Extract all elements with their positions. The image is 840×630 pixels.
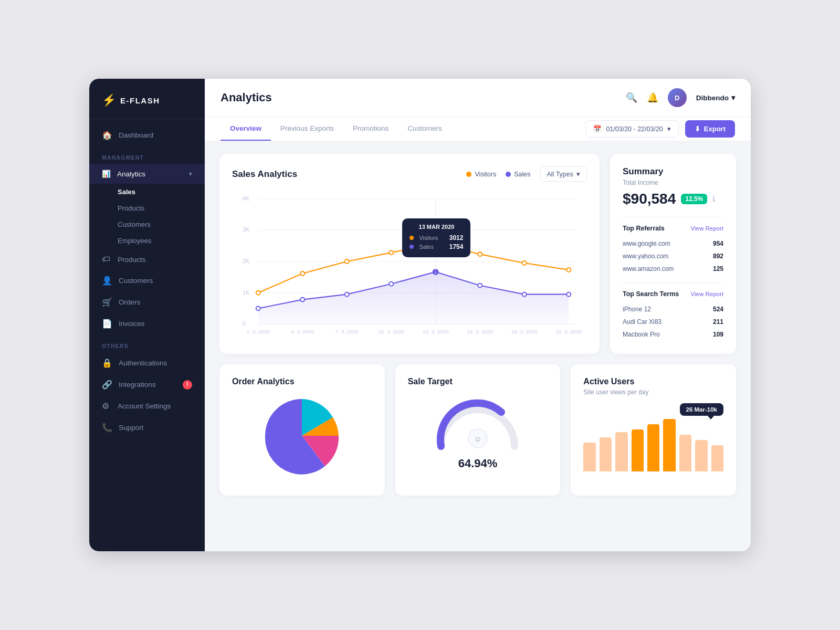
svg-point-13 [345, 292, 349, 297]
svg-point-16 [478, 284, 482, 288]
bar-chart-tooltip: 26 Mar-10k [680, 403, 723, 416]
bar-3 [632, 429, 644, 471]
tab-customers[interactable]: Customers [398, 117, 451, 141]
sidebar: ⚡ E-FLASH 🏠 Dashboard MANAGMENT 📊 Analyt… [89, 79, 205, 551]
search-icon[interactable]: 🔍 [626, 92, 637, 103]
referral-row-1: www.yahoo.com 892 [623, 250, 723, 262]
svg-point-21 [345, 259, 349, 264]
gauge-value: 64.94% [458, 457, 498, 470]
sidebar-item-account-settings[interactable]: ⚙ Account Settings [89, 395, 205, 417]
info-icon: ℹ [712, 195, 715, 203]
top-section: Sales Analytics Visitors Sales [219, 154, 736, 354]
integrations-badge: ! [183, 380, 192, 390]
bar-col-0 [583, 443, 595, 471]
top-referrals-title: Top Referrals [623, 225, 665, 232]
submenu-item-customers[interactable]: Customers [118, 216, 205, 233]
svg-point-18 [566, 292, 571, 297]
divider [623, 217, 723, 217]
bar-col-2 [615, 432, 627, 471]
search-row-2: Macbook Pro 109 [623, 328, 723, 341]
sidebar-item-analytics[interactable]: 📊 Analytics ▾ [89, 164, 205, 184]
tab-previous-exports[interactable]: Previous Exports [271, 117, 343, 141]
bar-2 [615, 432, 627, 471]
bar-0 [583, 443, 595, 471]
chevron-down-icon: ▾ [576, 170, 580, 178]
export-button[interactable]: ⬇ Export [685, 120, 735, 138]
view-report-referrals-link[interactable]: View Report [691, 225, 723, 232]
sales-legend: Sales [506, 171, 530, 178]
sidebar-item-orders[interactable]: 🛒 Orders [89, 291, 205, 313]
svg-text:0: 0 [243, 320, 246, 327]
summary-income-value: $90,584 [623, 191, 676, 207]
svg-text:22. 3. 2020: 22. 3. 2020 [555, 329, 582, 334]
link-icon: 🔗 [102, 380, 112, 390]
sidebar-item-invoices[interactable]: 📄 Invoices [89, 313, 205, 334]
svg-marker-10 [258, 272, 569, 324]
sidebar-item-integrations[interactable]: 🔗 Integrations ! [89, 374, 205, 395]
sidebar-item-label: Support [119, 424, 143, 432]
topbar: Analytics 🔍 🔔 D Dibbendo ▾ [205, 79, 751, 117]
chart-legend: Visitors Sales All Types ▾ [466, 166, 587, 182]
chart-filter-dropdown[interactable]: All Types ▾ [540, 166, 587, 182]
tabs-left: Overview Previous Exports Promotions Cus… [220, 117, 452, 141]
submenu-item-products[interactable]: Products [118, 200, 205, 216]
gauge-svg: ☺ [430, 394, 525, 452]
sidebar-item-support[interactable]: 📞 Support [89, 417, 205, 438]
sales-chart-svg: 4K 3K 2K 1K 0 [232, 192, 587, 339]
top-referrals-header: Top Referrals View Report [623, 225, 723, 232]
bar-col-8 [711, 445, 723, 471]
bar-col-4 [647, 424, 659, 471]
bar-7 [695, 440, 707, 471]
sidebar-management-label: MANAGMENT [89, 146, 205, 164]
referral-row-2: www.amazon.com 125 [623, 262, 723, 275]
sidebar-item-customers[interactable]: 👤 Customers [89, 270, 205, 291]
tab-overview[interactable]: Overview [220, 117, 271, 141]
svg-point-19 [256, 291, 260, 295]
sidebar-item-authentications[interactable]: 🔒 Authentications [89, 352, 205, 374]
top-search-title: Top Search Terms [623, 290, 679, 298]
svg-text:3K: 3K [243, 226, 250, 233]
chevron-down-icon: ▾ [189, 171, 192, 177]
pie-chart-svg [260, 394, 344, 478]
chevron-down-icon: ▾ [667, 125, 671, 133]
svg-text:4K: 4K [243, 195, 250, 202]
svg-text:10. 3. 2020: 10. 3. 2020 [378, 329, 404, 334]
svg-text:2K: 2K [243, 258, 250, 264]
sale-target-card: Sale Target ☺ 64.94% [395, 364, 561, 496]
date-picker-button[interactable]: 📅 01/03/20 - 22/03/20 ▾ [585, 120, 678, 138]
visitors-dot [466, 172, 471, 177]
svg-text:16. 3. 2020: 16. 3. 2020 [467, 329, 493, 334]
user-menu[interactable]: Dibbendo ▾ [696, 93, 735, 102]
chart-title: Sales Analytics [232, 169, 297, 180]
active-users-subtitle: Site user views per day [583, 388, 723, 396]
bell-icon[interactable]: 🔔 [647, 92, 658, 103]
active-users-card: Active Users Site user views per day 26 … [571, 364, 736, 496]
summary-income-row: $90,584 12,5% ℹ [623, 191, 723, 207]
export-label: Export [704, 125, 726, 133]
summary-badge: 12,5% [681, 194, 707, 204]
sidebar-item-products[interactable]: 🏷 Products [89, 249, 205, 270]
view-report-search-link[interactable]: View Report [691, 291, 723, 297]
svg-point-20 [300, 271, 304, 276]
referral-row-0: www.google.com 954 [623, 237, 723, 250]
svg-point-25 [522, 261, 527, 265]
phone-icon: 📞 [102, 423, 112, 433]
tab-promotions[interactable]: Promotions [343, 117, 398, 141]
bar-4 [647, 424, 659, 471]
chevron-down-icon: ▾ [731, 93, 735, 102]
analytics-icon: 📊 [102, 170, 111, 178]
tabs-row: Overview Previous Exports Promotions Cus… [205, 117, 751, 141]
chart-header: Sales Analytics Visitors Sales [232, 166, 587, 182]
sidebar-item-label: Authentications [119, 359, 167, 367]
bar-col-5 [663, 419, 675, 471]
sidebar-others-label: OTHERS [89, 334, 205, 352]
lock-icon: 🔒 [102, 358, 112, 368]
sidebar-item-dashboard[interactable]: 🏠 Dashboard [89, 124, 205, 146]
submenu-item-employees[interactable]: Employees [118, 233, 205, 249]
invoice-icon: 📄 [102, 319, 112, 329]
svg-point-26 [566, 268, 571, 272]
person-icon: 👤 [102, 276, 112, 286]
submenu-item-sales[interactable]: Sales [118, 184, 205, 200]
bar-col-3 [632, 429, 644, 471]
tabs-right: 📅 01/03/20 - 22/03/20 ▾ ⬇ Export [585, 120, 735, 138]
